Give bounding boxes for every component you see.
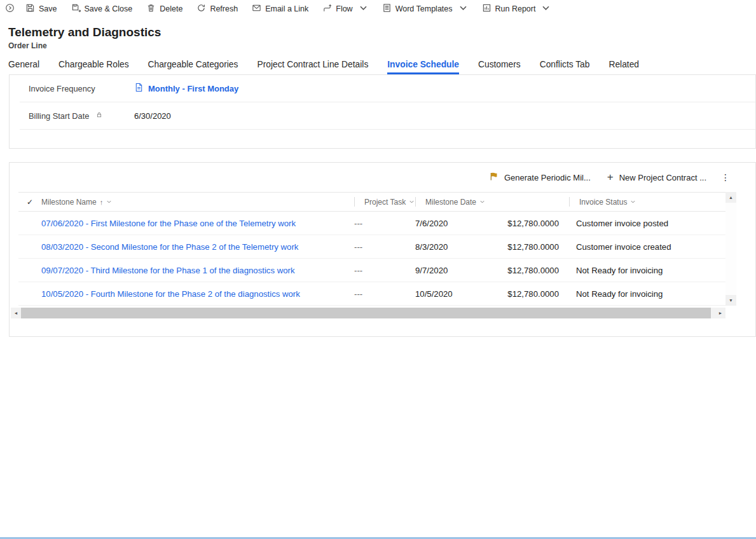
chevron-down-icon	[357, 3, 368, 15]
chevron-down-icon	[479, 198, 485, 207]
grid-content: ✓ Milestone Name ↑ Project Task Mile	[18, 192, 725, 306]
toolbar-button-label: Generate Periodic Mil...	[504, 173, 591, 182]
flag-icon	[489, 172, 498, 183]
tab-project-contract-line-details[interactable]: Project Contract Line Details	[257, 60, 368, 74]
milestone-date-cell: 9/7/2020	[415, 266, 491, 275]
chevron-down-icon	[457, 3, 468, 15]
scroll-right-icon[interactable]: ►	[715, 308, 725, 318]
command-label: Refresh	[210, 4, 238, 13]
field-label: Billing Start Date	[29, 111, 89, 121]
invoice-status-cell: Not Ready for invoicing	[569, 266, 725, 275]
generate-periodic-milestones-button[interactable]: Generate Periodic Mil...	[481, 168, 598, 187]
table-row[interactable]: 08/03/2020 - Second Milestone for the Ph…	[18, 235, 725, 259]
record-set-icon	[5, 3, 15, 15]
milestone-name-link[interactable]: 08/03/2020 - Second Milestone for the Ph…	[41, 242, 354, 252]
tab-customers[interactable]: Customers	[478, 60, 521, 74]
project-task-cell: ---	[354, 289, 415, 299]
field-row-billing-start-date: Billing Start Date 6/30/2020	[20, 102, 755, 130]
column-header-amount	[491, 193, 569, 211]
chevron-down-icon	[409, 198, 415, 207]
tab-chargeable-categories[interactable]: Chargeable Categories	[148, 60, 238, 74]
amount-cell: $12,780.0000	[491, 219, 569, 228]
report-icon	[482, 3, 491, 15]
column-header-label: Invoice Status	[579, 198, 627, 207]
more-vertical-icon: ⋮	[721, 172, 731, 182]
command-label: Delete	[160, 4, 182, 13]
tab-invoice-schedule[interactable]: Invoice Schedule	[387, 60, 459, 74]
horizontal-scrollbar-thumb[interactable]	[21, 308, 711, 318]
lock-icon	[97, 110, 102, 119]
plus-icon: +	[607, 174, 614, 181]
command-label: Word Templates	[395, 4, 453, 13]
amount-cell: $12,780.0000	[491, 266, 569, 275]
flow-button[interactable]: Flow	[315, 0, 375, 17]
toolbar-button-label: New Project Contract ...	[619, 173, 706, 182]
command-bar: Save Save & Close Delete Refresh Email a…	[0, 0, 756, 17]
billing-start-date-value[interactable]: 6/30/2020	[134, 111, 171, 121]
invoice-status-cell: Customer invoice posted	[569, 219, 725, 228]
tab-strip: General Chargeable Roles Chargeable Cate…	[8, 60, 756, 74]
amount-cell: $12,780.0000	[491, 289, 569, 299]
tab-conflicts-tab[interactable]: Conflicts Tab	[540, 60, 590, 74]
save-icon	[25, 3, 35, 15]
record-set-navigator-button[interactable]	[1, 0, 18, 17]
scroll-up-icon[interactable]: ▲	[725, 192, 736, 203]
grid-header-row: ✓ Milestone Name ↑ Project Task Mile	[18, 192, 725, 212]
column-header-project-task[interactable]: Project Task	[354, 193, 415, 211]
column-header-milestone-date[interactable]: Milestone Date	[415, 193, 491, 211]
milestone-date-cell: 8/3/2020	[415, 242, 491, 252]
field-label: Invoice Frequency	[29, 84, 95, 93]
grid-card-spacer	[10, 318, 755, 336]
milestone-name-link[interactable]: 09/07/2020 - Third Milestone for the Pha…	[41, 266, 354, 275]
more-commands-button[interactable]: ⋮	[715, 168, 736, 186]
save-and-close-button[interactable]: Save & Close	[64, 0, 140, 17]
chevron-down-icon	[106, 198, 112, 207]
grid-body: ✓ Milestone Name ↑ Project Task Mile	[18, 192, 736, 318]
milestone-date-cell: 10/5/2020	[415, 289, 491, 299]
select-all-column-header[interactable]: ✓	[18, 193, 41, 211]
vertical-scrollbar[interactable]: ▲ ▼	[725, 192, 736, 306]
milestone-name-link[interactable]: 10/05/2020 - Fourth Milestone for the Ph…	[41, 289, 354, 299]
delete-icon	[146, 3, 156, 15]
column-header-invoice-status[interactable]: Invoice Status	[569, 193, 725, 211]
command-label: Email a Link	[265, 4, 308, 13]
field-row-invoice-frequency: Invoice Frequency Monthly - First Monday	[20, 75, 755, 102]
sort-ascending-icon: ↑	[100, 198, 104, 206]
form-card-spacer	[10, 130, 755, 148]
column-header-label: Milestone Name	[41, 198, 97, 207]
column-header-label: Project Task	[364, 198, 406, 207]
command-label: Run Report	[495, 4, 536, 13]
invoice-frequency-value: Monthly - First Monday	[148, 84, 238, 93]
milestone-name-link[interactable]: 07/06/2020 - First Milestone for the Pha…	[41, 219, 354, 228]
scroll-left-icon[interactable]: ◄	[11, 308, 21, 318]
table-row[interactable]: 07/06/2020 - First Milestone for the Pha…	[18, 212, 725, 235]
page-header: Telemetry and Diagnostics Order Line	[0, 17, 756, 50]
delete-button[interactable]: Delete	[139, 0, 189, 17]
tab-general[interactable]: General	[8, 60, 39, 74]
tab-related[interactable]: Related	[608, 60, 639, 74]
horizontal-scrollbar[interactable]: ◄ ►	[11, 308, 725, 318]
email-a-link-button[interactable]: Email a Link	[245, 0, 315, 17]
table-row[interactable]: 09/07/2020 - Third Milestone for the Pha…	[18, 259, 725, 282]
refresh-button[interactable]: Refresh	[189, 0, 245, 17]
flow-icon	[322, 3, 332, 15]
table-row[interactable]: 10/05/2020 - Fourth Milestone for the Ph…	[18, 282, 725, 306]
invoice-status-cell: Customer invoice created	[569, 242, 725, 252]
scroll-down-icon[interactable]: ▼	[725, 295, 736, 306]
save-close-icon	[71, 3, 81, 15]
invoice-frequency-lookup[interactable]: Monthly - First Monday	[134, 83, 238, 94]
email-icon	[252, 3, 261, 15]
invoice-setup-section: Invoice Frequency Monthly - First Monday…	[9, 74, 756, 149]
run-report-button[interactable]: Run Report	[475, 0, 558, 17]
word-templates-button[interactable]: Word Templates	[375, 0, 475, 17]
invoice-schedule-grid-section: Generate Periodic Mil... + New Project C…	[9, 162, 756, 337]
save-button[interactable]: Save	[18, 0, 64, 17]
page-subtitle: Order Line	[8, 41, 756, 50]
tab-chargeable-roles[interactable]: Chargeable Roles	[58, 60, 128, 74]
refresh-icon	[196, 3, 206, 15]
milestone-date-cell: 7/6/2020	[415, 219, 491, 228]
new-project-contract-button[interactable]: + New Project Contract ...	[600, 169, 714, 186]
column-header-milestone-name[interactable]: Milestone Name ↑	[41, 193, 354, 211]
vertical-scrollbar-track[interactable]	[725, 203, 736, 295]
billing-start-date-label: Billing Start Date	[29, 111, 123, 121]
